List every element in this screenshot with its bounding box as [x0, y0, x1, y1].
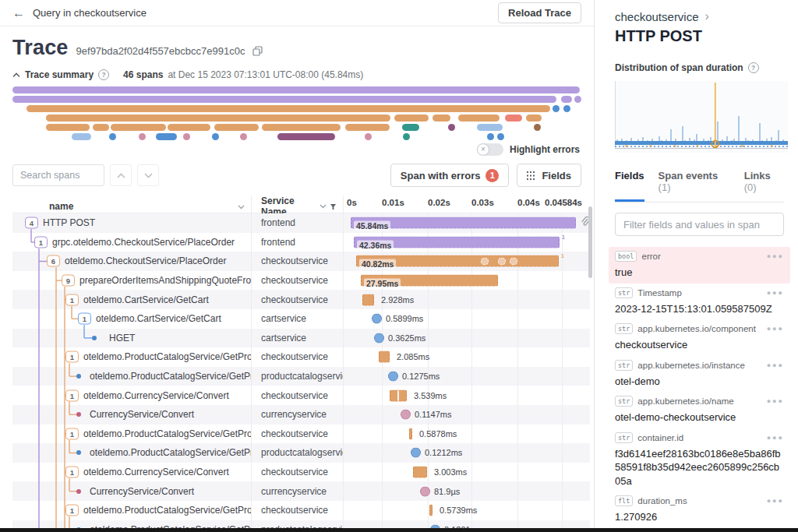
- prev-match-button[interactable]: [110, 164, 132, 186]
- field-item[interactable]: strTimestamp●●●2023-12-15T15:13:01.05958…: [609, 284, 790, 320]
- duration-cell[interactable]: 42.36ms1: [343, 233, 590, 252]
- minimap-span[interactable]: [403, 133, 410, 140]
- minimap-span[interactable]: [277, 133, 335, 140]
- fields-button[interactable]: Fields: [517, 164, 581, 187]
- instant-span-marker[interactable]: [411, 448, 421, 458]
- info-icon[interactable]: ?: [98, 69, 109, 80]
- trace-summary-label[interactable]: Trace summary: [25, 69, 94, 80]
- field-item[interactable]: strapp.kubernetes.io/name●●●otel-demo-ch…: [609, 392, 790, 428]
- minimap-span[interactable]: [534, 124, 541, 131]
- instant-span-marker[interactable]: [388, 372, 398, 382]
- field-menu-dots[interactable]: ●●●: [767, 434, 784, 442]
- span-with-errors-button[interactable]: Span with errors 1: [390, 164, 510, 187]
- minimap-span[interactable]: [458, 115, 500, 122]
- duration-cell[interactable]: 3.539ms: [343, 386, 590, 405]
- minimap-span[interactable]: [561, 96, 572, 103]
- minimap-span[interactable]: [168, 124, 210, 131]
- field-menu-dots[interactable]: ●●●: [767, 325, 784, 333]
- minimap-span[interactable]: [214, 124, 259, 131]
- minimap-span[interactable]: [574, 96, 581, 103]
- next-match-button[interactable]: [137, 164, 159, 186]
- span-duration-bar[interactable]: 27.95ms: [361, 275, 498, 287]
- minimap-span[interactable]: [477, 124, 503, 131]
- duration-cell[interactable]: 0.1275ms: [343, 367, 590, 386]
- span-event-marker[interactable]: [510, 258, 517, 266]
- span-duration-bar[interactable]: [379, 351, 390, 363]
- minimap-span[interactable]: [26, 105, 550, 112]
- span-duration-bar[interactable]: 42.36ms: [354, 236, 560, 248]
- trace-minimap[interactable]: [12, 86, 581, 141]
- span-duration-bar[interactable]: [413, 467, 427, 478]
- minimap-span[interactable]: [394, 115, 429, 122]
- filter-fields-input[interactable]: [615, 213, 784, 236]
- minimap-span[interactable]: [240, 133, 247, 140]
- field-item[interactable]: fltduration_ms●●●1.270926: [609, 491, 790, 528]
- minimap-span[interactable]: [497, 133, 504, 140]
- duration-cell[interactable]: 0.1147ms: [343, 405, 590, 425]
- duration-cell[interactable]: 0.5878ms: [343, 425, 590, 444]
- field-menu-dots[interactable]: ●●●: [767, 289, 784, 297]
- minimap-span[interactable]: [487, 133, 494, 140]
- duration-cell[interactable]: 2.928ms: [343, 290, 590, 309]
- copy-icon[interactable]: [252, 45, 263, 59]
- field-item[interactable]: boolerror●●●true: [609, 247, 790, 284]
- minimap-span[interactable]: [553, 105, 560, 112]
- collapse-chevron-icon[interactable]: [12, 72, 20, 78]
- minimap-span[interactable]: [93, 124, 109, 131]
- instant-span-marker[interactable]: [401, 410, 411, 420]
- field-menu-dots[interactable]: ●●●: [767, 252, 784, 260]
- duration-cell[interactable]: 0.5739ms: [343, 501, 590, 520]
- minimap-span[interactable]: [448, 124, 455, 131]
- duration-cell[interactable]: 40.82ms1: [343, 252, 590, 271]
- field-item[interactable]: strapp.kubernetes.io/component●●●checkou…: [609, 319, 790, 356]
- span-duration-bar[interactable]: [390, 389, 407, 401]
- reload-trace-button[interactable]: Reload Trace: [498, 2, 581, 23]
- instant-span-marker[interactable]: [374, 333, 384, 343]
- search-spans-input[interactable]: [12, 164, 104, 186]
- minimap-span[interactable]: [433, 115, 450, 122]
- minimap-span[interactable]: [46, 115, 390, 122]
- back-arrow-icon[interactable]: ←: [12, 6, 25, 20]
- field-menu-dots[interactable]: ●●●: [767, 497, 784, 505]
- minimap-span[interactable]: [262, 124, 341, 131]
- span-event-marker[interactable]: [498, 258, 506, 266]
- field-menu-dots[interactable]: ●●●: [767, 397, 784, 405]
- span-duration-bar[interactable]: [429, 505, 433, 516]
- duration-cell[interactable]: 0.1201ms: [343, 520, 590, 529]
- span-duration-bar[interactable]: 40.82ms: [356, 255, 559, 267]
- field-item[interactable]: strapp.kubernetes.io/instance●●●otel-dem…: [609, 356, 790, 393]
- duration-cell[interactable]: 81.9µs: [343, 481, 590, 501]
- tab-links[interactable]: Links (0): [744, 167, 784, 202]
- duration-cell[interactable]: 2.085ms: [343, 347, 590, 367]
- minimap-span[interactable]: [12, 86, 580, 93]
- minimap-span[interactable]: [402, 124, 419, 131]
- minimap-span[interactable]: [46, 124, 90, 131]
- minimap-span[interactable]: [156, 133, 177, 140]
- minimap-span[interactable]: [345, 124, 390, 131]
- minimap-span[interactable]: [365, 133, 372, 140]
- minimap-span[interactable]: [109, 133, 116, 140]
- duration-cell[interactable]: 0.5899ms: [343, 309, 590, 329]
- filter-funnel-icon[interactable]: [330, 203, 337, 210]
- minimap-span[interactable]: [139, 133, 146, 140]
- minimap-span[interactable]: [526, 115, 542, 122]
- span-duration-bar[interactable]: 45.84ms: [351, 217, 576, 229]
- tab-span-events[interactable]: Span events (1): [659, 167, 730, 202]
- span-event-marker[interactable]: [481, 258, 489, 266]
- duration-cell[interactable]: 0.1212ms: [343, 443, 590, 463]
- minimap-span[interactable]: [505, 115, 522, 122]
- duration-cell[interactable]: 27.95ms: [343, 271, 590, 291]
- minimap-span[interactable]: [111, 124, 166, 131]
- field-menu-dots[interactable]: ●●●: [767, 361, 784, 369]
- minimap-span[interactable]: [212, 133, 219, 140]
- minimap-span[interactable]: [563, 105, 570, 112]
- service-breadcrumb[interactable]: checkoutservice: [615, 10, 699, 23]
- instant-span-marker[interactable]: [420, 486, 430, 496]
- duration-cell[interactable]: 45.84ms: [343, 213, 590, 233]
- minimap-span[interactable]: [72, 133, 91, 140]
- vertical-scrollbar[interactable]: [588, 206, 592, 278]
- span-duration-bar[interactable]: [362, 294, 374, 305]
- duration-cell[interactable]: 3.003ms: [343, 463, 590, 482]
- highlight-errors-toggle[interactable]: ×: [477, 143, 503, 156]
- sort-chevron-icon[interactable]: [320, 204, 327, 209]
